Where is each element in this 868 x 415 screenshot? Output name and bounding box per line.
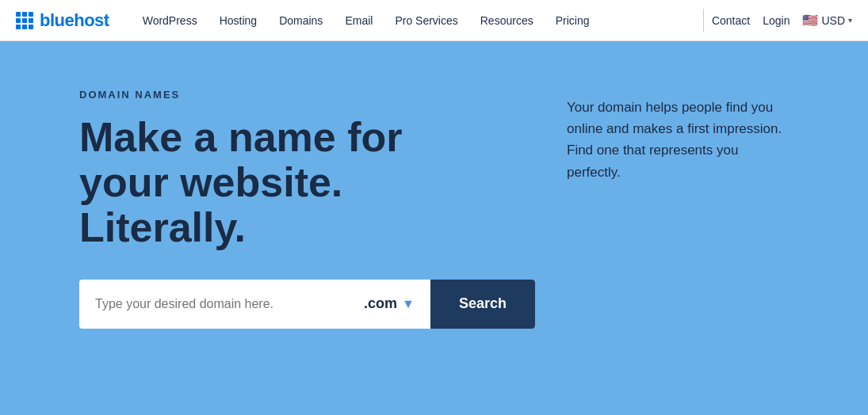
domain-extension-selector[interactable]: .com ▼ <box>348 280 430 329</box>
navbar-right: Contact Login 🇺🇸 USD ▾ <box>712 13 852 28</box>
currency-selector[interactable]: 🇺🇸 USD ▾ <box>802 13 852 28</box>
nav-item-resources[interactable]: Resources <box>471 10 543 32</box>
flag-icon: 🇺🇸 <box>802 13 818 28</box>
hero-right: Your domain helps people find you online… <box>535 89 789 183</box>
nav-item-wordpress[interactable]: WordPress <box>133 10 207 32</box>
domain-extension-label: .com <box>364 295 397 312</box>
navbar: bluehost WordPress Hosting Domains Email… <box>0 0 868 41</box>
nav-item-email[interactable]: Email <box>335 10 382 32</box>
currency-label: USD <box>821 14 845 27</box>
domain-search-bar: .com ▼ Search <box>79 280 535 329</box>
currency-chevron-icon: ▾ <box>848 16 852 25</box>
domain-chevron-icon: ▼ <box>402 297 415 311</box>
hero-left: DOMAIN NAMES Make a name for your websit… <box>79 89 535 329</box>
nav-item-hosting[interactable]: Hosting <box>210 10 266 32</box>
logo[interactable]: bluehost <box>16 10 109 31</box>
domain-search-input[interactable] <box>79 280 348 329</box>
nav-item-pro-services[interactable]: Pro Services <box>385 10 467 32</box>
hero-section: DOMAIN NAMES Make a name for your websit… <box>0 41 868 415</box>
hero-headline: Make a name for your website. Literally. <box>79 115 491 251</box>
logo-grid-icon <box>16 12 33 29</box>
hero-eyebrow: DOMAIN NAMES <box>79 89 535 101</box>
contact-link[interactable]: Contact <box>712 14 750 27</box>
navbar-divider <box>703 9 704 32</box>
nav-item-domains[interactable]: Domains <box>270 10 332 32</box>
login-link[interactable]: Login <box>763 14 790 27</box>
main-nav: WordPress Hosting Domains Email Pro Serv… <box>133 10 695 32</box>
nav-item-pricing[interactable]: Pricing <box>546 10 599 32</box>
logo-text: bluehost <box>40 10 109 31</box>
hero-description: Your domain helps people find you online… <box>567 97 789 183</box>
search-button[interactable]: Search <box>430 280 535 329</box>
